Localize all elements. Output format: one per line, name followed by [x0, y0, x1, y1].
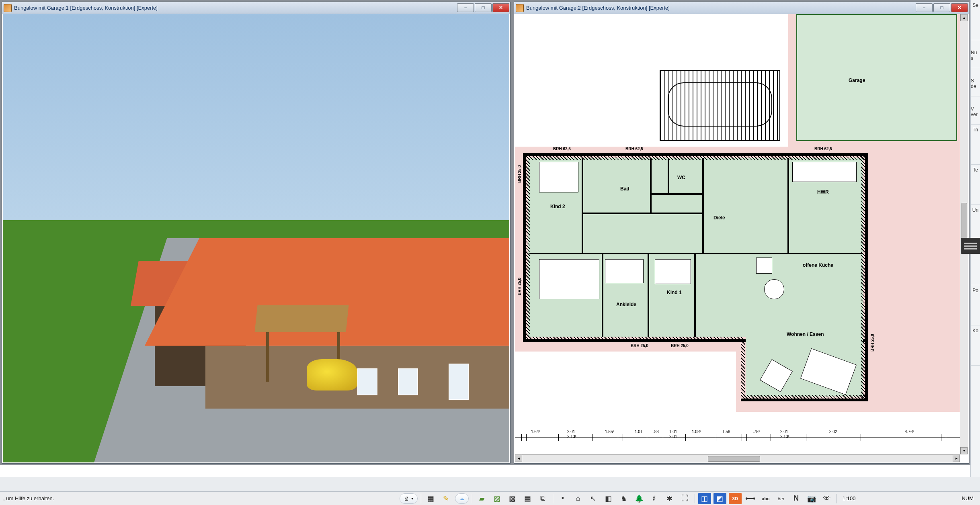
scroll-down-arrow-icon[interactable]: ▾	[960, 447, 968, 454]
figure-button[interactable]: ✱	[663, 493, 676, 504]
close-button[interactable]: ✕	[951, 3, 968, 12]
plan-vscrollbar[interactable]: ▴ ▾	[960, 14, 968, 454]
plan-hscrollbar[interactable]: ◂ ▸	[515, 454, 960, 462]
grid-toggle-button[interactable]: ▦	[424, 493, 437, 504]
window-title-plan: Bungalow mit Garage:2 [Erdgeschoss, Kons…	[526, 5, 670, 11]
brh-top-3: BRH 62,5	[814, 147, 832, 151]
hatch-cross-button[interactable]: ▩	[506, 493, 519, 504]
view-2d-button[interactable]: ◫	[698, 493, 711, 504]
window-3d-view: Bungalow mit Garage:1 [Erdgeschoss, Kons…	[2, 2, 511, 464]
tree-button[interactable]: 🌲	[633, 493, 646, 504]
garage-area	[796, 14, 957, 141]
scroll-right-arrow-icon[interactable]: ▸	[953, 455, 960, 462]
camera-button[interactable]: 📷	[805, 493, 818, 504]
furn-schlafen-bed	[539, 259, 599, 299]
maximize-button[interactable]: □	[475, 3, 492, 12]
compass-button[interactable]: N	[790, 493, 803, 504]
copy-button[interactable]: ⧉	[537, 493, 549, 504]
dim-11: 2.01	[780, 429, 788, 434]
label-ankleide: Ankleide	[616, 302, 636, 307]
pages-button[interactable]: ▤	[521, 493, 534, 504]
wall-hwr-left	[787, 158, 789, 254]
brh-left-1: BRH 25,0	[517, 165, 522, 183]
hatch-diag-button[interactable]: ▨	[491, 493, 504, 504]
furn-hwr-counter	[792, 162, 857, 182]
scale-display[interactable]: 1:100	[840, 495, 858, 501]
fence-button[interactable]: ♯	[648, 493, 661, 504]
terrain-icon: ▰	[479, 494, 485, 503]
brh-right-1: BRH 25,0	[870, 334, 875, 352]
rs-item-v[interactable]: V ver	[971, 96, 980, 125]
right-panel-expand-handle[interactable]	[961, 238, 980, 254]
dim-6b: 2.01	[669, 434, 677, 439]
viewport-plan[interactable]: Garage BRH 62,5 BRH 62,5 BRH 62,5	[515, 14, 968, 462]
rs-item-nu[interactable]: Nu s	[971, 40, 980, 68]
view-3d-button[interactable]: 3D	[729, 493, 742, 504]
window-3d-2	[398, 368, 418, 395]
measure-button[interactable]: 5m	[775, 493, 787, 504]
dim-12: 3.02	[829, 429, 837, 434]
dim-2b: 2.13⁵	[567, 434, 576, 439]
car-3d	[307, 359, 357, 391]
maximize-button[interactable]: □	[933, 3, 950, 12]
mdi-workspace: Bungalow mit Garage:1 [Erdgeschoss, Kons…	[0, 0, 980, 477]
furn-kind1-bed	[655, 259, 691, 284]
wall-kind2-right	[582, 158, 583, 254]
view-alt-icon: ◩	[716, 494, 723, 503]
viewport-3d[interactable]	[3, 14, 509, 462]
wall-ankleide-right	[648, 254, 649, 337]
point-button[interactable]: •	[556, 493, 569, 504]
view-alt-button[interactable]: ◩	[713, 493, 726, 504]
terrain-button[interactable]: ▰	[476, 493, 488, 504]
print-pill[interactable]: 🖨 ▾	[400, 493, 418, 504]
rs-item-se[interactable]: Se	[971, 0, 980, 40]
pencil-button[interactable]: ✎	[440, 493, 453, 504]
title-bar-plan[interactable]: Bungalow mit Garage:2 [Erdgeschoss, Kons…	[514, 2, 969, 14]
rs-item-te[interactable]: Te	[971, 165, 980, 205]
sky-pill[interactable]: ☁	[455, 493, 469, 504]
hatch-bottom-wing	[744, 395, 865, 399]
select-button[interactable]: ↖	[587, 493, 600, 504]
camera-icon: 📷	[807, 494, 816, 503]
rs-item-ko[interactable]: Ko	[971, 325, 980, 366]
label-wohnen: Wohnen / Essen	[787, 331, 824, 337]
house-plan-button[interactable]: ⌂	[572, 493, 584, 504]
brh-bot-2: BRH 25,0	[671, 343, 689, 348]
cube-button[interactable]: ◧	[602, 493, 615, 504]
furn-ankleide-wardrobe	[605, 259, 644, 283]
scroll-left-arrow-icon[interactable]: ◂	[515, 455, 522, 462]
plan-canvas[interactable]: Garage BRH 62,5 BRH 62,5 BRH 62,5	[515, 14, 968, 462]
toolbar-separator	[553, 494, 553, 503]
label-hwr: HWR	[817, 189, 829, 195]
rs-item-po[interactable]: Po	[971, 285, 980, 325]
eye-button[interactable]: 👁	[820, 493, 833, 504]
rs-item-tri[interactable]: Tri	[971, 125, 980, 165]
rs-item-s[interactable]: S de	[971, 68, 980, 96]
text-button[interactable]: abc	[759, 493, 772, 504]
window-3d-1	[357, 368, 377, 395]
brh-top-1: BRH 62,5	[553, 147, 571, 151]
dim-3: 1.55⁵	[605, 429, 614, 434]
minimize-button[interactable]: −	[457, 3, 474, 12]
terrace-table	[668, 82, 772, 127]
minimize-button[interactable]: −	[916, 3, 933, 12]
dimension-row: 1.64⁵ 2.01 2.13⁵ 1.55⁵ 1.01 .88 1.01 2.0…	[515, 428, 960, 448]
fence-icon: ♯	[652, 494, 656, 503]
hatch-left	[526, 156, 530, 341]
hatch-right	[861, 156, 865, 399]
title-bar-3d[interactable]: Bungalow mit Garage:1 [Erdgeschoss, Kons…	[2, 2, 510, 14]
app-file-icon	[4, 4, 12, 12]
dimension-button[interactable]: ⟷	[744, 493, 757, 504]
view-2d-icon: ◫	[701, 494, 708, 503]
close-button[interactable]: ✕	[492, 3, 509, 12]
wall-wc-right	[702, 158, 704, 254]
wall-bad-bottom	[582, 213, 702, 214]
dim-9: 1.58	[722, 429, 730, 434]
maximize-tool-button[interactable]: ⛶	[679, 493, 691, 504]
label-diele: Diele	[713, 215, 725, 221]
scroll-up-arrow-icon[interactable]: ▴	[960, 14, 968, 21]
plan-hscroll-thumb[interactable]	[708, 456, 760, 462]
dim-8: 1.08⁵	[692, 429, 701, 434]
chair-button[interactable]: ♞	[617, 493, 630, 504]
window-title-3d: Bungalow mit Garage:1 [Erdgeschoss, Kons…	[14, 5, 158, 11]
